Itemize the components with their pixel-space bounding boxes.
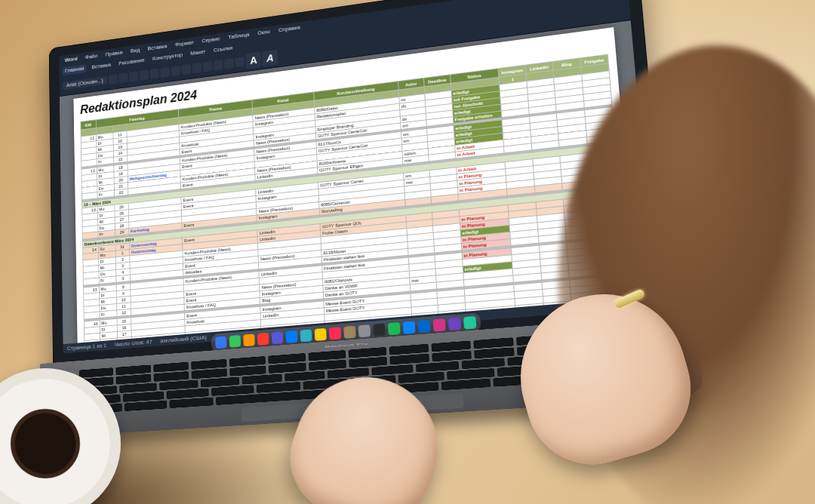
align-right-icon[interactable] (235, 57, 244, 67)
indent-dec-icon[interactable] (192, 63, 201, 73)
styles-gallery-icon[interactable]: A (246, 52, 262, 69)
align-center-icon[interactable] (224, 58, 234, 69)
dock-app-icon[interactable] (373, 324, 386, 337)
keyboard-key[interactable] (170, 398, 214, 408)
dock-app-icon[interactable] (358, 324, 371, 337)
dock-app-icon[interactable] (463, 316, 476, 330)
dock-app-icon[interactable] (329, 327, 341, 340)
dock-app-icon[interactable] (343, 326, 355, 339)
strike-icon[interactable] (140, 70, 149, 81)
numbering-icon[interactable] (181, 64, 191, 75)
dock-app-icon[interactable] (215, 336, 226, 349)
status-lang: английский (США) (160, 334, 207, 345)
dock-app-icon[interactable] (403, 321, 416, 333)
font-color-icon[interactable] (160, 67, 170, 78)
highlight-icon[interactable] (150, 69, 159, 79)
underline-icon[interactable] (129, 71, 138, 81)
scene-photo: WordФайлПравкаВидВставкаФорматСервисТабл… (0, 0, 815, 504)
keyboard-key[interactable] (441, 379, 491, 390)
dock-app-icon[interactable] (433, 318, 446, 332)
status-page: Страница 1 из 1 (67, 342, 106, 352)
dock-app-icon[interactable] (388, 322, 401, 335)
keyboard-key[interactable] (116, 374, 151, 385)
dock-app-icon[interactable] (300, 329, 312, 342)
dock-app-icon[interactable] (243, 333, 255, 346)
dock-app-icon[interactable] (229, 335, 241, 348)
dock-app-icon[interactable] (315, 328, 327, 341)
bold-icon[interactable] (109, 74, 118, 85)
indent-inc-icon[interactable] (203, 61, 213, 72)
font-selector[interactable]: Arial (Основн...) (63, 76, 107, 91)
styles-gallery-icon-2[interactable]: A (262, 50, 278, 67)
dock-app-icon[interactable] (272, 331, 284, 344)
align-left-icon[interactable] (214, 60, 223, 70)
dock-app-icon[interactable] (448, 318, 461, 331)
laptop-brand: MacBook Pro (325, 342, 369, 349)
dock-app-icon[interactable] (257, 333, 269, 346)
menu-item[interactable]: Вид (128, 46, 143, 56)
status-words: Число слов: 47 (115, 339, 152, 349)
dock-app-icon[interactable] (286, 330, 298, 343)
dock-app-icon[interactable] (418, 320, 431, 333)
bullets-icon[interactable] (171, 66, 180, 76)
keyboard-key[interactable] (125, 401, 168, 411)
italic-icon[interactable] (118, 72, 128, 83)
